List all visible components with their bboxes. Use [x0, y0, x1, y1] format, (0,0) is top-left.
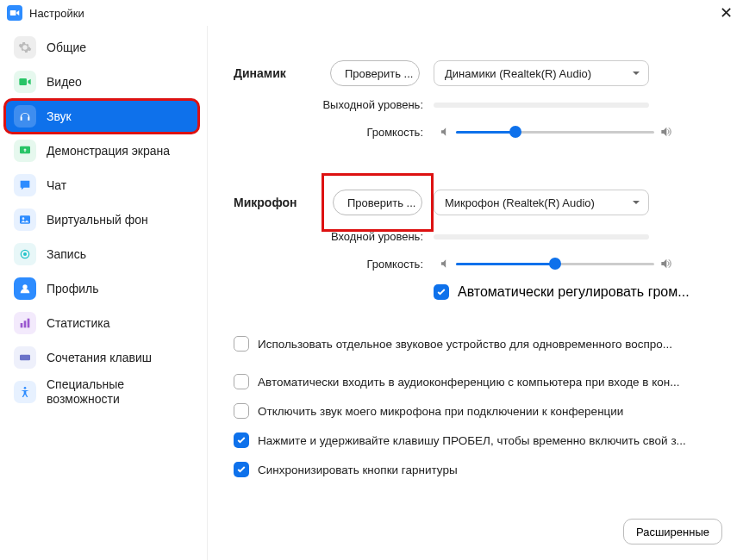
app-icon: [7, 5, 22, 21]
sidebar-item-label: Специальные возможности: [47, 377, 190, 407]
close-button[interactable]: ✕: [716, 3, 736, 22]
speaker-device-select[interactable]: Динамики (Realtek(R) Audio): [434, 60, 649, 86]
test-speaker-button[interactable]: Проверить ...: [330, 60, 420, 86]
video-icon: [14, 71, 36, 93]
auto-adjust-checkbox[interactable]: [434, 284, 449, 300]
sidebar: Общие Видео Звук Демонстрация экрана Чат: [0, 26, 207, 560]
sidebar-item-label: Виртуальный фон: [47, 213, 148, 227]
mic-section-label: Микрофон: [234, 196, 330, 209]
svg-point-4: [22, 217, 25, 220]
chat-icon: [14, 174, 36, 196]
content-panel: Динамик Проверить ... Динамики (Realtek(…: [207, 26, 743, 560]
input-level-meter: [434, 234, 649, 240]
svg-rect-11: [20, 355, 30, 361]
separate-device-checkbox[interactable]: [234, 336, 249, 352]
sidebar-item-share-screen[interactable]: Демонстрация экрана: [5, 134, 198, 167]
sidebar-item-audio[interactable]: Звук: [5, 100, 198, 133]
sidebar-item-profile[interactable]: Профиль: [5, 272, 198, 305]
virtual-bg-icon: [14, 208, 36, 231]
sidebar-item-label: Демонстрация экрана: [47, 144, 170, 158]
sidebar-item-label: Звук: [47, 109, 72, 123]
sidebar-item-general[interactable]: Общие: [5, 31, 198, 64]
sidebar-item-video[interactable]: Видео: [5, 65, 198, 98]
stats-icon: [14, 312, 36, 334]
sidebar-item-label: Запись: [47, 247, 86, 261]
profile-icon: [14, 277, 36, 300]
svg-rect-8: [21, 323, 23, 327]
sidebar-item-accessibility[interactable]: Специальные возможности: [5, 376, 198, 408]
svg-point-6: [23, 252, 27, 256]
svg-rect-0: [10, 10, 16, 16]
accessibility-icon: [14, 381, 36, 403]
auto-join-audio-label: Автоматически входить в аудиоконференцию…: [258, 376, 717, 389]
sidebar-item-shortcuts[interactable]: Сочетания клавиш: [5, 341, 198, 374]
mute-on-join-label: Отключить звук моего микрофона при подкл…: [258, 405, 717, 418]
window-title: Настройки: [29, 7, 84, 20]
advanced-button[interactable]: Расширенные: [623, 519, 722, 544]
keyboard-icon: [14, 346, 36, 369]
sidebar-item-label: Видео: [47, 75, 82, 89]
speaker-section-label: Динамик: [234, 66, 330, 80]
svg-rect-10: [28, 319, 30, 328]
mic-device-select[interactable]: Микрофон (Realtek(R) Audio): [434, 190, 649, 215]
volume-low-icon: [437, 124, 453, 140]
volume-high-icon: [658, 256, 673, 271]
headphones-icon: [14, 105, 36, 128]
sidebar-item-label: Статистика: [47, 316, 110, 330]
sidebar-item-label: Сочетания клавиш: [47, 351, 152, 364]
volume-low-icon: [437, 256, 453, 271]
sync-headset-label: Синхронизировать кнопки гарнитуры: [258, 464, 717, 476]
sidebar-item-virtual-bg[interactable]: Виртуальный фон: [5, 203, 198, 236]
auto-adjust-label: Автоматически регулировать гром...: [458, 284, 717, 300]
push-to-talk-checkbox[interactable]: [234, 432, 249, 448]
test-mic-button[interactable]: Проверить ...: [333, 190, 422, 215]
sync-headset-checkbox[interactable]: [234, 462, 249, 477]
input-level-label: Входной уровень:: [234, 230, 434, 243]
record-icon: [14, 243, 36, 265]
sidebar-item-statistics[interactable]: Статистика: [5, 307, 198, 339]
svg-rect-1: [19, 78, 27, 85]
svg-rect-9: [24, 320, 27, 327]
output-level-label: Выходной уровень:: [234, 98, 434, 111]
share-screen-icon: [14, 140, 36, 162]
auto-join-audio-checkbox[interactable]: [234, 374, 249, 389]
separate-device-label: Использовать отдельное звуковое устройст…: [258, 338, 717, 351]
svg-point-7: [22, 284, 27, 289]
mic-volume-slider[interactable]: [456, 255, 654, 272]
sidebar-item-recording[interactable]: Запись: [5, 238, 198, 271]
sidebar-item-label: Общие: [47, 40, 86, 54]
speaker-device-value: Динамики (Realtek(R) Audio): [445, 67, 591, 80]
sidebar-item-label: Профиль: [47, 282, 98, 296]
mic-device-value: Микрофон (Realtek(R) Audio): [445, 196, 595, 209]
mute-on-join-checkbox[interactable]: [234, 403, 249, 419]
sidebar-item-chat[interactable]: Чат: [5, 169, 198, 202]
mic-volume-label: Громкость:: [234, 258, 434, 271]
push-to-talk-label: Нажмите и удерживайте клавишу ПРОБЕЛ, чт…: [258, 434, 717, 447]
gear-icon: [14, 36, 36, 59]
speaker-volume-slider[interactable]: [456, 123, 654, 140]
output-level-meter: [434, 103, 649, 108]
speaker-volume-label: Громкость:: [234, 126, 434, 139]
sidebar-item-label: Чат: [47, 178, 66, 192]
volume-high-icon: [658, 124, 673, 140]
svg-point-12: [24, 387, 27, 389]
